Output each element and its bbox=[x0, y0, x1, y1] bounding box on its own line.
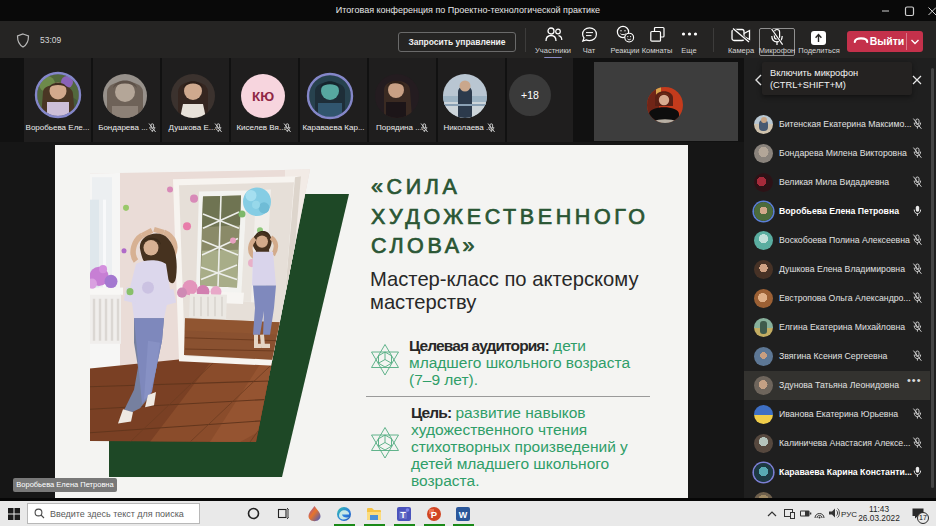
svg-text:+18: +18 bbox=[521, 89, 539, 101]
svg-text:КЮ: КЮ bbox=[252, 89, 274, 104]
svg-text:P: P bbox=[431, 509, 438, 520]
svg-text:W: W bbox=[459, 510, 468, 520]
svg-text:T: T bbox=[400, 510, 406, 520]
